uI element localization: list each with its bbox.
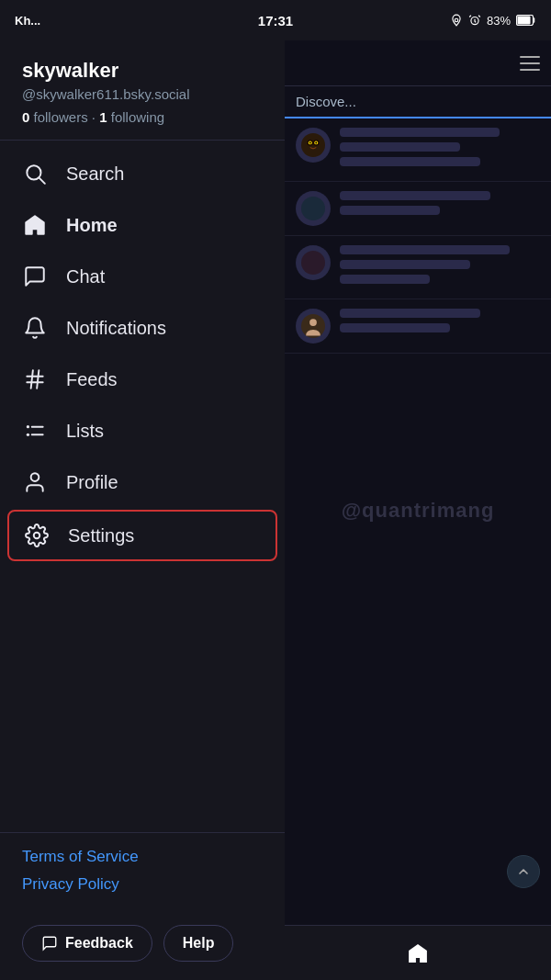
svg-point-22	[315, 141, 317, 143]
svg-line-8	[31, 370, 33, 389]
svg-point-26	[309, 319, 317, 326]
right-top-bar	[285, 40, 551, 86]
status-indicators: 83%	[450, 14, 536, 28]
nav-menu: Search Home Chat Notifi	[0, 141, 285, 832]
avatar-3	[296, 245, 331, 280]
battery-icon	[516, 15, 536, 26]
svg-point-15	[34, 533, 40, 539]
nav-label-settings: Settings	[68, 525, 134, 546]
feed-line	[340, 128, 500, 137]
alarm-icon	[468, 14, 481, 27]
svg-line-9	[37, 370, 39, 389]
bottom-home-icon	[407, 942, 429, 964]
nav-label-notifications: Notifications	[66, 318, 166, 339]
feed-text-2	[340, 191, 540, 226]
following-label: following	[111, 109, 164, 125]
bottom-nav-home[interactable]	[407, 942, 429, 964]
feed-line	[340, 245, 510, 254]
nav-label-chat: Chat	[66, 266, 105, 287]
right-panel: Discove...	[285, 40, 551, 980]
following-count: 1	[99, 109, 107, 125]
home-icon	[22, 212, 48, 238]
nav-label-feeds: Feeds	[66, 369, 118, 390]
feed-line	[340, 309, 480, 318]
discover-tab[interactable]: Discove...	[285, 86, 551, 118]
settings-icon	[24, 523, 50, 548]
nav-item-notifications[interactable]: Notifications	[0, 302, 285, 354]
feed-item-4	[285, 299, 551, 354]
feed-line	[340, 142, 460, 152]
hamburger-line-1	[520, 56, 540, 58]
hash-icon	[22, 366, 48, 392]
feed-line	[340, 206, 440, 215]
svg-point-23	[301, 197, 325, 220]
main-layout: skywalker @skywalker611.bsky.social 0 fo…	[0, 40, 551, 980]
avatar-1	[296, 128, 331, 163]
scroll-up-button[interactable]	[507, 855, 540, 888]
nav-item-feeds[interactable]: Feeds	[0, 354, 285, 405]
feed-line	[340, 157, 480, 166]
nav-item-chat[interactable]: Chat	[0, 251, 285, 302]
svg-rect-3	[518, 17, 531, 25]
help-label: Help	[183, 935, 215, 952]
svg-point-0	[455, 18, 458, 22]
nav-label-lists: Lists	[66, 421, 104, 442]
bottom-buttons: Feedback Help	[0, 914, 285, 980]
feed-line	[340, 191, 490, 200]
nav-item-home[interactable]: Home	[0, 199, 285, 251]
svg-point-14	[31, 473, 39, 481]
profile-stats: 0 followers · 1 following	[22, 109, 263, 125]
feed-items	[285, 118, 551, 925]
help-button[interactable]: Help	[163, 925, 234, 962]
svg-line-5	[39, 178, 45, 184]
feedback-label: Feedback	[65, 935, 133, 952]
svg-point-10	[27, 425, 29, 428]
terms-of-service-link[interactable]: Terms of Service	[22, 848, 263, 866]
feed-line	[340, 275, 430, 284]
feed-text-4	[340, 309, 540, 344]
nav-item-search[interactable]: Search	[0, 148, 285, 199]
status-bar: Kh... 17:31 83%	[0, 0, 551, 40]
feed-line	[340, 323, 450, 332]
feed-text-3	[340, 245, 540, 289]
status-carrier: Kh...	[15, 14, 40, 28]
avatar-4	[296, 309, 331, 344]
feed-item-2	[285, 182, 551, 236]
nav-label-search: Search	[66, 163, 124, 185]
status-time: 17:31	[258, 13, 293, 28]
chevron-up-icon	[516, 864, 531, 879]
followers-count: 0	[22, 109, 29, 125]
location-icon	[450, 14, 463, 27]
feedback-icon	[41, 935, 58, 952]
chat-icon	[22, 264, 48, 289]
links-section: Terms of Service Privacy Policy	[0, 832, 285, 914]
avatar-2	[296, 191, 331, 226]
feed-text-1	[340, 128, 540, 172]
nav-item-profile[interactable]: Profile	[0, 456, 285, 508]
hamburger-button[interactable]	[520, 56, 540, 71]
followers-label: followers ·	[34, 109, 100, 125]
feedback-button[interactable]: Feedback	[22, 925, 152, 962]
feed-item-3	[285, 236, 551, 299]
profile-name: skywalker	[22, 59, 263, 83]
nav-item-settings[interactable]: Settings	[7, 510, 277, 561]
bottom-nav	[285, 925, 551, 980]
hamburger-line-3	[520, 69, 540, 71]
svg-point-21	[309, 141, 311, 143]
battery-text: 83%	[487, 14, 511, 28]
bell-icon	[22, 315, 48, 341]
list-icon	[22, 418, 48, 444]
drawer: skywalker @skywalker611.bsky.social 0 fo…	[0, 40, 285, 980]
svg-point-16	[301, 133, 325, 157]
feed-line	[340, 260, 470, 269]
search-icon	[22, 161, 48, 186]
svg-point-11	[27, 434, 29, 436]
nav-label-home: Home	[66, 215, 118, 236]
privacy-policy-link[interactable]: Privacy Policy	[22, 875, 263, 894]
nav-label-profile: Profile	[66, 472, 118, 493]
nav-item-lists[interactable]: Lists	[0, 405, 285, 456]
profile-icon	[22, 469, 48, 495]
feed-item-1	[285, 118, 551, 182]
hamburger-line-2	[520, 62, 540, 64]
svg-point-24	[301, 251, 325, 275]
